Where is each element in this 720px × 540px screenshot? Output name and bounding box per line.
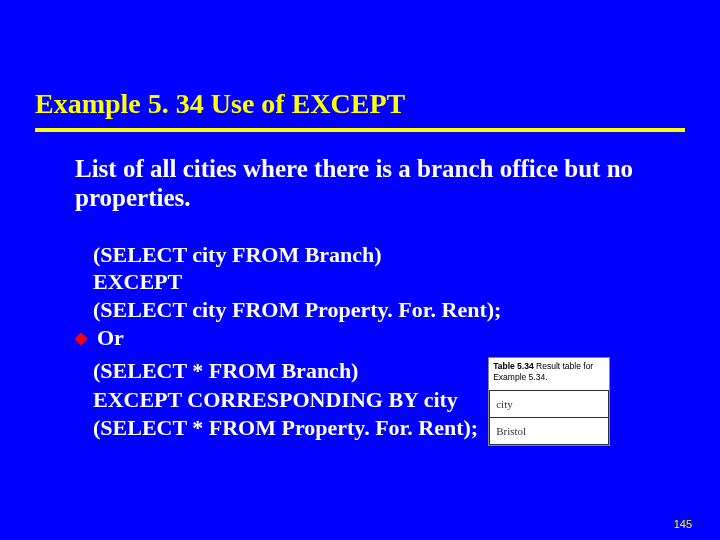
or-row: ◆ Or: [75, 325, 680, 351]
slide: Example 5. 34 Use of EXCEPT List of all …: [0, 0, 720, 540]
second-block-row: (SELECT * FROM Branch) EXCEPT CORRESPOND…: [75, 357, 680, 446]
content-area: List of all cities where there is a bran…: [75, 155, 680, 446]
code-line: (SELECT city FROM Branch): [93, 241, 680, 269]
title-area: Example 5. 34 Use of EXCEPT: [35, 88, 685, 132]
code-block-1: (SELECT city FROM Branch) EXCEPT (SELECT…: [75, 241, 680, 324]
code-line: (SELECT * FROM Branch): [93, 357, 478, 386]
lead-text: List of all cities where there is a bran…: [75, 155, 635, 213]
code-block-2: (SELECT * FROM Branch) EXCEPT CORRESPOND…: [75, 357, 478, 443]
page-number: 145: [674, 518, 692, 530]
table-header-cell: city: [490, 391, 609, 418]
result-table-figure: Table 5.34 Result table for Example 5.34…: [488, 357, 610, 446]
table-row: Bristol: [490, 418, 609, 445]
diamond-bullet-icon: ◆: [75, 330, 87, 346]
title-underline: [35, 128, 685, 132]
table-caption-bold: Table 5.34: [493, 361, 533, 371]
table-data-cell: Bristol: [490, 418, 609, 445]
code-line: (SELECT city FROM Property. For. Rent);: [93, 296, 680, 324]
or-label: Or: [97, 325, 124, 351]
table-caption: Table 5.34 Result table for Example 5.34…: [489, 358, 609, 388]
code-line: (SELECT * FROM Property. For. Rent);: [93, 414, 478, 443]
code-line: EXCEPT CORRESPONDING BY city: [93, 386, 478, 415]
slide-title: Example 5. 34 Use of EXCEPT: [35, 88, 685, 126]
table-row: city: [490, 391, 609, 418]
result-table: city Bristol: [489, 390, 609, 445]
code-line: EXCEPT: [93, 268, 680, 296]
